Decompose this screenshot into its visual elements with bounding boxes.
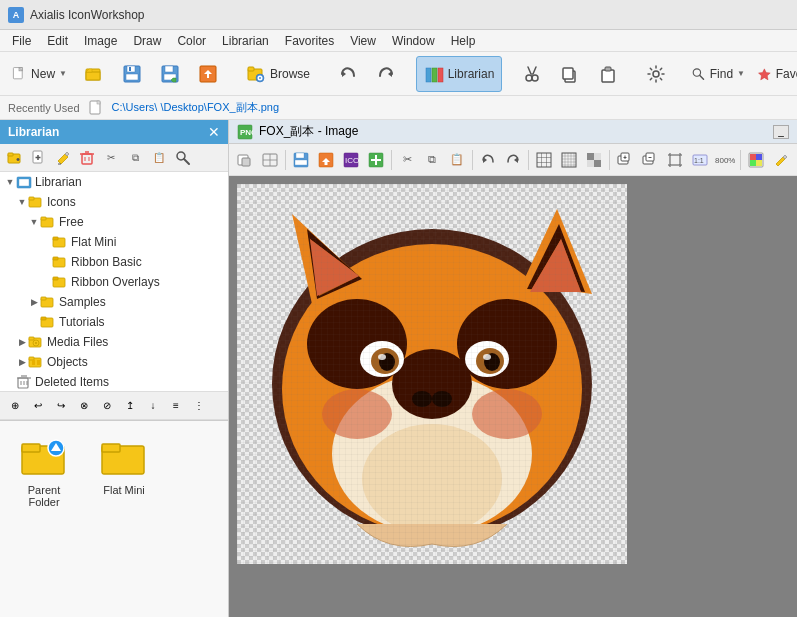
tree-view[interactable]: ▼ Librarian ▼ Icons ▼ <box>0 172 228 392</box>
menu-draw[interactable]: Draw <box>125 32 169 50</box>
lib-nav-button-5[interactable]: ⊘ <box>96 395 118 417</box>
lib-nav-button-9[interactable]: ⋮ <box>188 395 210 417</box>
save-button[interactable] <box>114 56 150 92</box>
img-btn-1[interactable] <box>233 148 257 172</box>
menu-window[interactable]: Window <box>384 32 443 50</box>
lib-nav-button-4[interactable]: ⊗ <box>73 395 95 417</box>
tree-item-flat-mini[interactable]: ▶ Flat Mini <box>0 232 228 252</box>
lib-nav-button-2[interactable]: ↩ <box>27 395 49 417</box>
find-arrow[interactable]: ▼ <box>737 69 745 78</box>
tree-item-ribbon-overlays[interactable]: ▶ Ribbon Overlays <box>0 272 228 292</box>
open-button[interactable] <box>76 56 112 92</box>
img-color-a-icon <box>748 152 764 168</box>
tree-expand-icons[interactable]: ▼ <box>16 196 28 208</box>
tree-item-free[interactable]: ▼ Free <box>0 212 228 232</box>
find-button[interactable]: Find ▼ <box>686 56 750 92</box>
export-button[interactable] <box>190 56 226 92</box>
favorites-button[interactable]: Favorites ▼ <box>752 56 797 92</box>
menu-image[interactable]: Image <box>76 32 125 50</box>
image-minimize-button[interactable]: _ <box>773 125 789 139</box>
img-btn-color-a[interactable] <box>744 148 768 172</box>
menu-view[interactable]: View <box>342 32 384 50</box>
tree-item-ribbon-basic[interactable]: ▶ Ribbon Basic <box>0 252 228 272</box>
img-btn-grid2[interactable] <box>557 148 581 172</box>
librarian-button[interactable]: Librarian <box>416 56 502 92</box>
new-button[interactable]: New ▼ <box>4 56 74 92</box>
lib-nav-button-3[interactable]: ↪ <box>50 395 72 417</box>
librarian-close-button[interactable]: ✕ <box>208 124 220 140</box>
img-btn-copy[interactable]: ⧉ <box>420 148 444 172</box>
menu-edit[interactable]: Edit <box>39 32 76 50</box>
lib-delete-button[interactable] <box>76 147 98 169</box>
img-btn-5[interactable] <box>364 148 388 172</box>
lib-paste-button[interactable]: 📋 <box>148 147 170 169</box>
lib-nav-button-7[interactable]: ↓ <box>142 395 164 417</box>
tree-item-icons[interactable]: ▼ Icons <box>0 192 228 212</box>
recent-file-path[interactable]: C:\Users\ \Desktop\FOX_副本.png <box>112 100 280 115</box>
img-btn-2[interactable] <box>258 148 282 172</box>
img-btn-save[interactable] <box>289 148 313 172</box>
settings-button[interactable] <box>638 56 674 92</box>
file-item-parent-folder[interactable]: Parent Folder <box>8 429 80 513</box>
lib-nav-button-1[interactable]: ⊕ <box>4 395 26 417</box>
svg-rect-72 <box>32 360 35 365</box>
img-btn-zoom-fit[interactable] <box>663 148 687 172</box>
svg-rect-4 <box>86 72 100 80</box>
img-btn-24[interactable]: 1:1 <box>688 148 712 172</box>
lib-search-button[interactable] <box>172 147 194 169</box>
image-panel: PNG FOX_副本 - Image _ <box>229 120 797 617</box>
new-dropdown-arrow[interactable]: ▼ <box>59 69 67 78</box>
svg-rect-43 <box>82 154 92 164</box>
lib-add-file-button[interactable] <box>28 147 50 169</box>
img-btn-paste[interactable]: 📋 <box>445 148 469 172</box>
lib-copy-button[interactable]: ⧉ <box>124 147 146 169</box>
menu-file[interactable]: File <box>4 32 39 50</box>
img-btn-4[interactable]: ICO <box>339 148 363 172</box>
svg-text:1:1: 1:1 <box>694 157 704 164</box>
img-btn-zoom-in[interactable] <box>613 148 637 172</box>
img-btn-grid[interactable] <box>532 148 556 172</box>
fox-canvas <box>237 184 627 564</box>
img-btn-redo[interactable] <box>501 148 525 172</box>
img-btn-zoom-level[interactable]: 800% <box>713 148 737 172</box>
tree-item-deleted-items[interactable]: ▶ Deleted Items <box>0 372 228 392</box>
tree-item-samples[interactable]: ▶ Samples <box>0 292 228 312</box>
paste-button[interactable] <box>590 56 626 92</box>
tree-item-objects[interactable]: ▶ Objects <box>0 352 228 372</box>
tree-item-tutorials[interactable]: ▶ Tutorials <box>0 312 228 332</box>
browse-button[interactable]: Browse <box>238 56 318 92</box>
copy-button[interactable] <box>552 56 588 92</box>
tree-expand-librarian[interactable]: ▼ <box>4 176 16 188</box>
tree-expand-free[interactable]: ▼ <box>28 216 40 228</box>
menu-color[interactable]: Color <box>169 32 214 50</box>
file-item-flat-mini[interactable]: Flat Mini <box>88 429 160 501</box>
svg-rect-94 <box>296 153 304 158</box>
tree-expand-media-files[interactable]: ▶ <box>16 336 28 348</box>
canvas-area[interactable] <box>229 176 797 617</box>
img-btn-checkerboard[interactable] <box>582 148 606 172</box>
tree-item-media-files[interactable]: ▶ Media Files <box>0 332 228 352</box>
img-btn-draw[interactable] <box>769 148 793 172</box>
tree-item-librarian[interactable]: ▼ Librarian <box>0 172 228 192</box>
img-grid2-icon <box>561 152 577 168</box>
img-btn-cut[interactable]: ✂ <box>395 148 419 172</box>
tree-expand-samples[interactable]: ▶ <box>28 296 40 308</box>
parent-folder-label: Parent Folder <box>13 484 75 508</box>
lib-cut-button[interactable]: ✂ <box>100 147 122 169</box>
menu-favorites[interactable]: Favorites <box>277 32 342 50</box>
menu-help[interactable]: Help <box>443 32 484 50</box>
tree-expand-objects[interactable]: ▶ <box>16 356 28 368</box>
img-btn-undo[interactable] <box>476 148 500 172</box>
menu-librarian[interactable]: Librarian <box>214 32 277 50</box>
img-btn-zoom-out[interactable] <box>638 148 662 172</box>
recently-used-label: Recently Used <box>8 102 80 114</box>
save-as-button[interactable] <box>152 56 188 92</box>
undo-button[interactable] <box>330 56 366 92</box>
lib-add-folder-button[interactable] <box>4 147 26 169</box>
redo-button[interactable] <box>368 56 404 92</box>
lib-nav-button-8[interactable]: ≡ <box>165 395 187 417</box>
lib-nav-button-6[interactable]: ↥ <box>119 395 141 417</box>
cut-button[interactable] <box>514 56 550 92</box>
lib-edit-button[interactable] <box>52 147 74 169</box>
img-btn-export[interactable] <box>314 148 338 172</box>
